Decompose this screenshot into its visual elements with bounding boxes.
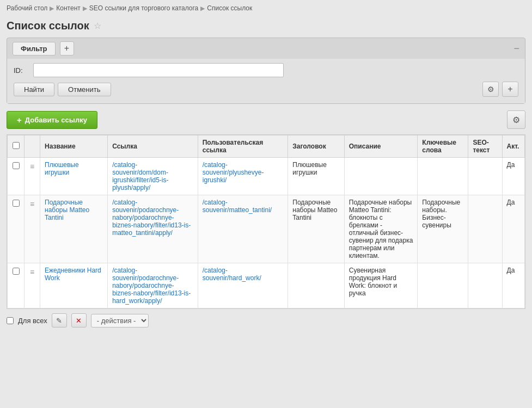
page-title: Список ссылок	[7, 20, 89, 32]
add-link-label: Добавить ссылку	[25, 116, 87, 124]
row-seo-cell	[468, 158, 502, 195]
row-userlink[interactable]: /catalog-souvenir/matteo_tantini/	[203, 199, 272, 214]
row-drag-cell: ≡	[25, 195, 40, 263]
footer-delete-button[interactable]: ✕	[71, 313, 87, 327]
toolbar-gear-button[interactable]: ⚙	[507, 110, 525, 129]
row-link-cell: /catalog-souvenir/podarochnye-nabory/pod…	[108, 195, 198, 263]
col-header-heading: Заголовок	[288, 135, 344, 158]
table-body: ≡ Плюшевые игрушки /catalog-souvenir/dom…	[8, 158, 525, 308]
toolbar: + Добавить ссылку ⚙	[0, 110, 532, 134]
row-checkbox[interactable]	[13, 200, 20, 207]
breadcrumb-item-list[interactable]: Список ссылок	[207, 4, 252, 12]
filter-actions: Найти Отменить ⚙ +	[14, 82, 518, 97]
star-icon[interactable]: ☆	[94, 21, 101, 31]
row-heading-cell: Подарочные наборы Matteo Tantini	[288, 195, 344, 263]
row-userlink[interactable]: /catalog-souvenir/hard_work/	[203, 267, 261, 282]
row-desc-cell	[344, 158, 418, 195]
breadcrumb-sep-2: ▶	[83, 5, 87, 12]
row-userlink-cell: /catalog-souvenir/hard_work/	[198, 263, 288, 308]
breadcrumb: Рабочий стол ▶ Контент ▶ SEO ссылки для …	[0, 0, 532, 16]
row-checkbox-cell	[8, 158, 25, 195]
row-userlink[interactable]: /catalog-souvenir/plyushevye-igrushki/	[203, 161, 264, 184]
filter-find-button[interactable]: Найти	[14, 83, 54, 96]
drag-handle-icon[interactable]: ≡	[30, 268, 34, 276]
drag-handle-icon[interactable]: ≡	[30, 162, 34, 171]
filter-id-input[interactable]	[33, 63, 284, 77]
col-header-act: Акт.	[502, 135, 524, 158]
footer-select-all-checkbox[interactable]	[7, 317, 14, 324]
footer-edit-button[interactable]: ✎	[52, 313, 67, 327]
filter-id-label: ID:	[14, 66, 29, 75]
col-header-check	[8, 135, 25, 158]
row-link[interactable]: /catalog-souvenir/dom/dom-igrushki/filte…	[112, 161, 168, 191]
row-active-cell: Да	[502, 195, 524, 263]
col-header-userlink: Пользовательская ссылка	[198, 135, 288, 158]
drag-handle-icon[interactable]: ≡	[30, 200, 34, 208]
filter-add-button[interactable]: +	[60, 41, 74, 55]
select-all-checkbox[interactable]	[13, 142, 20, 149]
filter-body: ID: Найти Отменить ⚙ +	[7, 59, 525, 103]
row-active-cell: Да	[502, 263, 524, 308]
filter-collapse-button[interactable]: −	[513, 44, 519, 53]
row-userlink-cell: /catalog-souvenir/matteo_tantini/	[198, 195, 288, 263]
row-name-cell: Ежедневники Hard Work	[40, 263, 108, 308]
row-link[interactable]: /catalog-souvenir/podarochnye-nabory/pod…	[112, 199, 191, 237]
add-link-plus-icon: +	[17, 115, 22, 125]
breadcrumb-sep-3: ▶	[200, 5, 205, 12]
row-active-cell: Да	[502, 158, 524, 195]
row-checkbox-cell	[8, 263, 25, 308]
breadcrumb-item-seo[interactable]: SEO ссылки для торгового каталога	[89, 4, 199, 12]
row-keys-cell	[418, 158, 468, 195]
breadcrumb-item-content[interactable]: Контент	[56, 4, 80, 12]
links-table: Название Ссылка Пользовательская ссылка …	[7, 135, 525, 308]
row-name-link[interactable]: Плюшевые игрушки	[45, 161, 79, 176]
row-desc-cell: Подарочные наборы Matteo Tantini: блокно…	[344, 195, 418, 263]
col-header-drag	[25, 135, 40, 158]
col-header-desc: Описание	[344, 135, 418, 158]
col-header-name: Название	[40, 135, 108, 158]
row-name-link[interactable]: Ежедневники Hard Work	[45, 267, 101, 282]
table-header: Название Ссылка Пользовательская ссылка …	[8, 135, 525, 158]
row-checkbox-cell	[8, 195, 25, 263]
filter-plus-button[interactable]: +	[502, 82, 518, 97]
footer-actions-select[interactable]: - действия - Удалить	[91, 314, 149, 327]
row-checkbox[interactable]	[13, 268, 20, 275]
row-keys-cell	[418, 263, 468, 308]
row-seo-cell	[468, 195, 502, 263]
row-name-cell: Подарочные наборы Matteo Tantini	[40, 195, 108, 263]
row-keys-cell: Подарочные наборы. Бизнес-сувениры	[418, 195, 468, 263]
col-header-keys: Ключевые слова	[418, 135, 468, 158]
footer-bar: Для всех ✎ ✕ - действия - Удалить	[0, 309, 532, 332]
breadcrumb-sep-1: ▶	[50, 5, 54, 12]
breadcrumb-item-desktop[interactable]: Рабочий стол	[7, 4, 47, 12]
row-name-link[interactable]: Подарочные наборы Matteo Tantini	[45, 199, 89, 221]
add-link-button[interactable]: + Добавить ссылку	[7, 111, 97, 129]
page-header: Список ссылок ☆	[0, 16, 532, 38]
row-drag-cell: ≡	[25, 158, 40, 195]
filter-tab[interactable]: Фильтр	[13, 42, 56, 55]
filter-id-row: ID:	[14, 63, 518, 77]
filter-panel: Фильтр + − ID: Найти Отменить ⚙ +	[7, 38, 525, 104]
row-drag-cell: ≡	[25, 263, 40, 308]
filter-cancel-button[interactable]: Отменить	[58, 83, 111, 96]
row-checkbox[interactable]	[13, 162, 20, 169]
row-userlink-cell: /catalog-souvenir/plyushevye-igrushki/	[198, 158, 288, 195]
footer-for-all-label: Для всех	[18, 317, 47, 325]
links-table-container: Название Ссылка Пользовательская ссылка …	[7, 134, 525, 309]
row-desc-cell: Сувенирная продукция Hard Work: блокнот …	[344, 263, 418, 308]
row-heading-cell: Плюшевые игрушки	[288, 158, 344, 195]
table-row: ≡ Плюшевые игрушки /catalog-souvenir/dom…	[8, 158, 525, 195]
col-header-seo: SEO-текст	[468, 135, 502, 158]
row-heading-cell	[288, 263, 344, 308]
row-seo-cell	[468, 263, 502, 308]
row-link-cell: /catalog-souvenir/dom/dom-igrushki/filte…	[108, 158, 198, 195]
filter-header: Фильтр + −	[7, 38, 525, 59]
row-link-cell: /catalog-souvenir/podarochnye-nabory/pod…	[108, 263, 198, 308]
filter-gear-button[interactable]: ⚙	[482, 82, 499, 97]
table-row: ≡ Ежедневники Hard Work /catalog-souveni…	[8, 263, 525, 308]
row-name-cell: Плюшевые игрушки	[40, 158, 108, 195]
col-header-link: Ссылка	[108, 135, 198, 158]
row-link[interactable]: /catalog-souvenir/podarochnye-nabory/pod…	[112, 267, 191, 305]
table-row: ≡ Подарочные наборы Matteo Tantini /cata…	[8, 195, 525, 263]
